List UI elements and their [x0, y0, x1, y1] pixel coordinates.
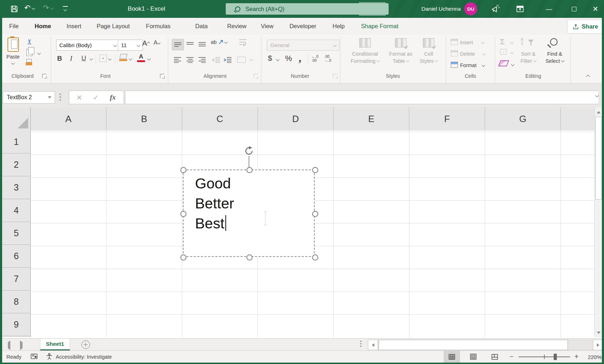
column-header-c[interactable]: C: [182, 107, 258, 130]
resize-handle-sw[interactable]: [180, 254, 186, 261]
select-all-button[interactable]: [2, 107, 31, 130]
name-box-dropdown[interactable]: [48, 96, 51, 98]
middle-align-button[interactable]: [184, 39, 196, 50]
maximize-button[interactable]: ▢: [566, 0, 582, 18]
copy-button[interactable]: [26, 49, 33, 56]
save-button[interactable]: [10, 5, 19, 15]
tab-developer[interactable]: Developer: [286, 18, 320, 34]
page-break-preview-button[interactable]: [486, 351, 503, 363]
enter-button[interactable]: ✓: [93, 93, 99, 102]
tab-home[interactable]: Home: [31, 18, 54, 34]
row-header-4[interactable]: 4: [2, 199, 30, 222]
tab-file[interactable]: File: [5, 18, 23, 34]
font-dialog-launcher[interactable]: [160, 74, 164, 78]
resize-handle-w[interactable]: [180, 211, 186, 217]
resize-handle-nw[interactable]: [180, 167, 186, 173]
column-header-b[interactable]: B: [106, 107, 182, 130]
merge-center-button[interactable]: [237, 57, 246, 63]
accounting-dropdown[interactable]: [276, 58, 280, 61]
cancel-button[interactable]: ✕: [76, 93, 82, 102]
align-left-button[interactable]: [172, 55, 183, 65]
tab-insert[interactable]: Insert: [63, 18, 85, 34]
insert-cells-button[interactable]: Insert: [460, 39, 479, 46]
macro-record-icon[interactable]: [31, 353, 38, 361]
font-color-dropdown[interactable]: [148, 57, 151, 61]
autosum-dropdown[interactable]: [510, 41, 514, 44]
borders-button[interactable]: [99, 55, 107, 62]
customize-qat-button[interactable]: [63, 6, 68, 13]
format-painter-button[interactable]: [26, 58, 32, 65]
clear-dropdown[interactable]: [511, 63, 515, 66]
copy-dropdown[interactable]: [38, 51, 41, 55]
vertical-scroll-thumb[interactable]: [595, 117, 602, 199]
cell-styles-button[interactable]: Cell Styles: [414, 50, 443, 65]
font-name-combo[interactable]: Calibri (Body): [56, 40, 120, 51]
merge-dropdown[interactable]: [250, 58, 253, 61]
clear-button[interactable]: [499, 60, 508, 66]
comma-style-button[interactable]: ,: [299, 52, 301, 64]
column-header-g[interactable]: G: [485, 107, 561, 130]
avatar[interactable]: DU: [464, 2, 477, 15]
zoom-out-button[interactable]: −: [509, 351, 514, 363]
find-select-button[interactable]: Find & Select: [542, 50, 567, 65]
paste-button[interactable]: Paste: [6, 37, 20, 64]
row-header-6[interactable]: 6: [2, 245, 30, 268]
italic-button[interactable]: I: [70, 55, 72, 62]
cut-button[interactable]: ✂: [25, 39, 34, 45]
column-header-d[interactable]: D: [258, 107, 334, 130]
column-header-f[interactable]: F: [409, 107, 485, 130]
delete-dropdown[interactable]: [483, 52, 486, 56]
format-dropdown[interactable]: [482, 64, 485, 67]
user-name[interactable]: Daniel Uchenna: [404, 6, 461, 12]
resize-handle-s[interactable]: [246, 254, 253, 261]
top-align-button[interactable]: [172, 39, 184, 50]
bottom-align-button[interactable]: [196, 39, 208, 50]
scroll-right-button[interactable]: [593, 340, 603, 350]
increase-font-button[interactable]: A: [142, 39, 150, 47]
page-layout-view-button[interactable]: [465, 351, 481, 363]
sheet-tab-sheet1[interactable]: Sheet1: [40, 339, 70, 350]
rotation-handle[interactable]: [244, 145, 254, 157]
orientation-button[interactable]: ab: [211, 39, 227, 45]
scroll-left-button[interactable]: [368, 340, 378, 350]
sheet-nav-left[interactable]: [8, 342, 10, 349]
formula-bar-grip[interactable]: •••: [59, 93, 61, 101]
decrease-indent-button[interactable]: [211, 55, 221, 65]
zoom-slider-thumb[interactable]: [554, 354, 557, 360]
fill-dropdown[interactable]: [510, 51, 514, 54]
redo-button[interactable]: ↷: [43, 4, 53, 12]
decrease-font-button[interactable]: A: [154, 40, 160, 46]
row-header-5[interactable]: 5: [2, 222, 30, 245]
tab-review[interactable]: Review: [225, 18, 249, 34]
row-header-3[interactable]: 3: [2, 176, 30, 199]
insert-function-button[interactable]: fx: [110, 93, 116, 101]
zoom-percent[interactable]: 220%: [584, 354, 601, 360]
undo-button[interactable]: ↶: [24, 4, 35, 12]
clipboard-dialog-launcher[interactable]: [42, 74, 46, 78]
format-cells-button[interactable]: Format: [460, 62, 480, 69]
horizontal-scroll-thumb[interactable]: [379, 340, 568, 350]
scroll-up-button[interactable]: [595, 108, 602, 116]
column-header-partial[interactable]: [561, 107, 594, 130]
close-button[interactable]: ✕: [587, 0, 604, 18]
tab-shape-format[interactable]: Shape Format: [356, 18, 403, 34]
font-size-combo[interactable]: 11: [118, 40, 143, 51]
column-header-a[interactable]: A: [31, 107, 106, 130]
row-header-9[interactable]: 9: [2, 313, 30, 336]
font-color-button[interactable]: A: [137, 53, 145, 62]
row-header-1[interactable]: 1: [2, 131, 30, 153]
underline-dropdown[interactable]: [90, 57, 93, 61]
borders-dropdown[interactable]: [108, 57, 112, 61]
align-center-button[interactable]: [184, 55, 196, 65]
scrollbar-grip[interactable]: •••: [360, 340, 362, 348]
scroll-down-button[interactable]: [595, 329, 602, 337]
coming-soon-icon[interactable]: [491, 4, 500, 15]
name-box[interactable]: TextBox 2: [3, 91, 55, 103]
resize-handle-e[interactable]: [312, 211, 318, 217]
accounting-format-button[interactable]: $: [268, 54, 272, 62]
fill-color-button[interactable]: [119, 54, 127, 61]
align-right-button[interactable]: [196, 55, 208, 65]
number-dialog-launcher[interactable]: [333, 74, 337, 78]
tab-data[interactable]: Data: [186, 18, 216, 34]
tab-formulas[interactable]: Formulas: [142, 18, 174, 34]
